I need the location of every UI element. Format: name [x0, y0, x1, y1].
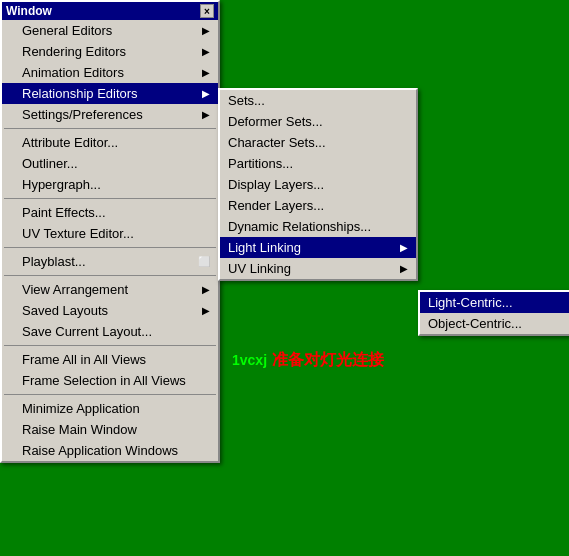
window-menu: Window × General Editors ▶ Rendering Edi…	[0, 0, 220, 463]
submenu-item-display-layers[interactable]: Display Layers...	[220, 174, 416, 195]
submenu-item-deformer-sets[interactable]: Deformer Sets...	[220, 111, 416, 132]
menu-item-playblast[interactable]: Playblast... ⬜	[2, 251, 218, 272]
separator-1	[4, 128, 216, 129]
annotation: 1vcxj 准备对灯光连接	[232, 350, 384, 371]
window-title-bar: Window ×	[2, 2, 218, 20]
annotation-text: 准备对灯光连接	[272, 351, 384, 368]
separator-4	[4, 275, 216, 276]
menu-item-general-editors[interactable]: General Editors ▶	[2, 20, 218, 41]
submenu-arrow: ▶	[202, 109, 210, 120]
submenu-arrow: ▶	[400, 263, 408, 274]
submenu-item-object-centric[interactable]: Object-Centric...	[420, 313, 569, 334]
submenu-arrow: ▶	[202, 305, 210, 316]
submenu-light-linking: Light-Centric... Object-Centric...	[418, 290, 569, 336]
submenu-arrow: ▶	[202, 46, 210, 57]
annotation-prefix: 1vcxj	[232, 352, 267, 368]
menu-item-uv-texture-editor[interactable]: UV Texture Editor...	[2, 223, 218, 244]
submenu-arrow: ▶	[202, 67, 210, 78]
separator-6	[4, 394, 216, 395]
separator-3	[4, 247, 216, 248]
submenu-item-partitions[interactable]: Partitions...	[220, 153, 416, 174]
window-title: Window	[6, 4, 52, 18]
separator-2	[4, 198, 216, 199]
submenu-item-character-sets[interactable]: Character Sets...	[220, 132, 416, 153]
submenu-item-sets[interactable]: Sets...	[220, 90, 416, 111]
menu-item-saved-layouts[interactable]: Saved Layouts ▶	[2, 300, 218, 321]
submenu-arrow: ▶	[202, 25, 210, 36]
menu-item-save-current-layout[interactable]: Save Current Layout...	[2, 321, 218, 342]
separator-5	[4, 345, 216, 346]
menu-item-animation-editors[interactable]: Animation Editors ▶	[2, 62, 218, 83]
menu-item-frame-all[interactable]: Frame All in All Views	[2, 349, 218, 370]
submenu-item-light-linking[interactable]: Light Linking ▶	[220, 237, 416, 258]
menu-item-raise-app-windows[interactable]: Raise Application Windows	[2, 440, 218, 461]
menu-item-minimize[interactable]: Minimize Application	[2, 398, 218, 419]
submenu-arrow: ▶	[202, 284, 210, 295]
submenu-item-light-centric[interactable]: Light-Centric...	[420, 292, 569, 313]
menu-item-view-arrangement[interactable]: View Arrangement ▶	[2, 279, 218, 300]
playblast-icon: ⬜	[198, 256, 210, 267]
menu-item-hypergraph[interactable]: Hypergraph...	[2, 174, 218, 195]
submenu-arrow: ▶	[400, 242, 408, 253]
submenu-relationship-editors: Sets... Deformer Sets... Character Sets.…	[218, 88, 418, 281]
menu-item-settings-preferences[interactable]: Settings/Preferences ▶	[2, 104, 218, 125]
menu-item-frame-selection[interactable]: Frame Selection in All Views	[2, 370, 218, 391]
menu-item-paint-effects[interactable]: Paint Effects...	[2, 202, 218, 223]
submenu-item-render-layers[interactable]: Render Layers...	[220, 195, 416, 216]
menu-item-relationship-editors[interactable]: Relationship Editors ▶	[2, 83, 218, 104]
menu-item-rendering-editors[interactable]: Rendering Editors ▶	[2, 41, 218, 62]
menu-item-outliner[interactable]: Outliner...	[2, 153, 218, 174]
submenu-item-dynamic-relationships[interactable]: Dynamic Relationships...	[220, 216, 416, 237]
submenu-item-uv-linking[interactable]: UV Linking ▶	[220, 258, 416, 279]
submenu-arrow: ▶	[202, 88, 210, 99]
menu-item-attribute-editor[interactable]: Attribute Editor...	[2, 132, 218, 153]
menu-item-raise-main[interactable]: Raise Main Window	[2, 419, 218, 440]
close-button[interactable]: ×	[200, 4, 214, 18]
